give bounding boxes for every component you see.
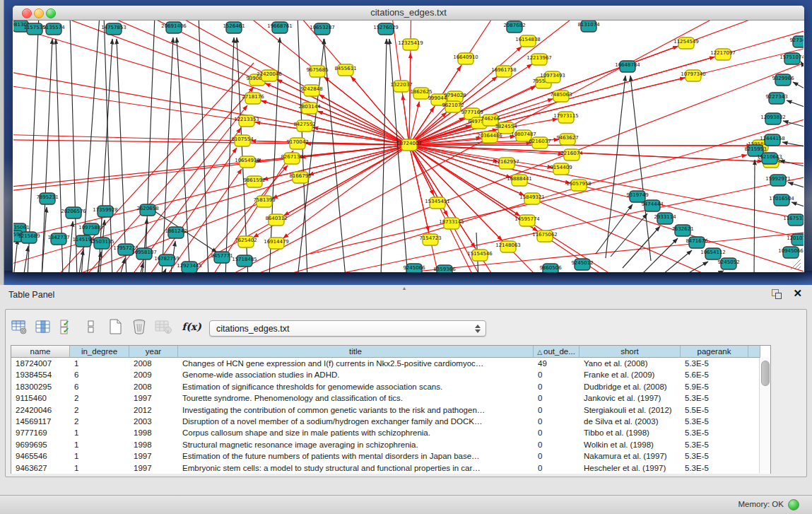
network-edge[interactable] — [783, 121, 804, 127]
table-cell: 1997 — [129, 392, 178, 404]
network-view-canvas[interactable]: 1872400793906112242004627181761221335381… — [13, 21, 804, 272]
network-edge[interactable] — [787, 100, 804, 107]
node-label: 15751074 — [779, 54, 804, 60]
table-cell: 1 — [70, 439, 129, 450]
table-body: 1872400712008Changes of HCN gene express… — [11, 358, 770, 474]
table-cell: 9777169 — [11, 427, 70, 438]
node-label: 12923445 — [177, 263, 202, 269]
network-edge[interactable] — [792, 202, 804, 206]
table-cell: 1 — [70, 427, 129, 438]
table-cell: 49 — [534, 358, 579, 369]
delete-column-icon[interactable] — [129, 316, 150, 337]
table-row[interactable]: 946362711997Embryonic stem cells: a mode… — [11, 462, 770, 474]
splitter-drag-handle[interactable]: ▴ — [403, 285, 406, 291]
column-header-title[interactable]: title — [178, 346, 534, 358]
network-edge[interactable] — [261, 100, 409, 145]
node-label: 7154723 — [419, 235, 441, 241]
table-cell: Embryonic stem cells: a model to study s… — [178, 462, 534, 474]
table-row[interactable]: 977716911998Corpus callosum shape and si… — [11, 427, 770, 438]
network-edge[interactable] — [630, 76, 651, 261]
network-edge[interactable] — [145, 21, 155, 272]
table-row[interactable]: 1872400712008Changes of HCN gene express… — [11, 358, 770, 369]
network-edge[interactable] — [409, 145, 570, 183]
column-header-in_degree[interactable]: in_degree — [70, 346, 129, 358]
network-edge[interactable] — [606, 76, 625, 258]
node-label: 12503135 — [89, 239, 114, 245]
node-table: namein_degreeyeartitle△out_de...shortpag… — [11, 345, 771, 474]
float-panel-icon[interactable] — [771, 289, 782, 299]
network-edge[interactable] — [308, 145, 409, 175]
table-cell: 2003 — [129, 416, 178, 427]
table-cell: 9463627 — [11, 462, 70, 474]
node-label: 7632621 — [671, 226, 693, 232]
table-cell: 2 — [70, 404, 129, 416]
node-label: 2620658 — [136, 206, 158, 211]
table-cell: 2008 — [129, 381, 178, 392]
column-header-name[interactable]: name — [11, 346, 70, 358]
table-cell: Estimation of significance thresholds fo… — [178, 381, 534, 392]
table-cell: 9699695 — [11, 439, 70, 450]
window-titlebar[interactable]: citations_edges.txt — [13, 6, 804, 21]
network-edge[interactable] — [13, 239, 18, 272]
delete-table-icon[interactable]: x — [153, 316, 174, 337]
table-settings-icon[interactable] — [8, 316, 30, 337]
memory-status-label: Memory: OK — [738, 500, 784, 508]
function-builder-icon[interactable]: f(x) — [181, 316, 202, 337]
select-columns-icon[interactable] — [33, 316, 54, 337]
network-edge[interactable] — [409, 145, 428, 231]
table-cell: Structural magnetic resonance image aver… — [178, 439, 534, 450]
node-label: 9621072 — [442, 103, 464, 108]
network-edge[interactable] — [641, 238, 678, 272]
network-edge[interactable] — [313, 127, 409, 145]
select-all-icon[interactable]: ✓✓ — [57, 316, 78, 337]
network-edge[interactable] — [409, 145, 524, 195]
table-row[interactable]: 1830029562008Estimation of significance … — [11, 381, 770, 392]
network-edge[interactable] — [225, 37, 234, 272]
table-cell: 5.3E-5 — [681, 416, 748, 427]
node-label: 18724007 — [396, 141, 422, 146]
node-label: 9474444 — [641, 201, 664, 207]
node-label: 6216037 — [529, 139, 551, 144]
column-header-short[interactable]: short — [579, 346, 681, 358]
network-edge[interactable] — [409, 53, 411, 145]
node-label: 12148063 — [495, 243, 521, 248]
column-header-out_de[interactable]: △out_de... — [534, 346, 579, 358]
canvas-resize-grip[interactable] — [791, 259, 801, 269]
table-row[interactable]: 911546021997Tourette syndrome. Phenomeno… — [11, 392, 770, 404]
node-label: 8427552 — [293, 122, 315, 127]
network-edge[interactable] — [409, 145, 752, 146]
node-label: 2803144 — [298, 104, 321, 110]
node-label: 9245052 — [717, 259, 739, 265]
table-cell: 1 — [70, 462, 129, 474]
network-edge[interactable] — [655, 250, 692, 272]
memory-ok-indicator[interactable] — [788, 499, 799, 510]
node-label: 16961758 — [491, 67, 517, 73]
table-row[interactable]: 1938455462009Genome-wide association stu… — [11, 369, 770, 380]
network-graph[interactable]: 1872400793906112242004627181761221335381… — [13, 21, 804, 272]
table-row[interactable]: 1456911722003Disruption of a novel membe… — [11, 416, 770, 427]
clear-selection-icon[interactable] — [81, 316, 102, 337]
network-edge[interactable] — [793, 82, 804, 88]
column-header-year[interactable]: year — [129, 346, 178, 358]
table-row[interactable]: 969969511998Structural magnetic resonanc… — [11, 439, 770, 450]
column-header-pagerank[interactable]: pagerank — [681, 346, 748, 358]
table-row[interactable]: 2242004622012Investigating the contribut… — [11, 404, 770, 416]
network-edge[interactable] — [389, 39, 408, 272]
node-label: 8107554 — [231, 136, 254, 142]
node-label: 12213967 — [526, 55, 552, 61]
scrollbar-thumb[interactable] — [761, 361, 770, 386]
network-edge[interactable] — [117, 39, 126, 272]
network-edge[interactable] — [70, 21, 77, 272]
close-panel-icon[interactable]: ✕ — [793, 287, 802, 300]
network-edge[interactable] — [788, 182, 804, 187]
network-edge[interactable] — [265, 83, 409, 145]
table-cell: 18300295 — [11, 381, 70, 392]
network-edge[interactable] — [403, 95, 409, 145]
new-column-icon[interactable] — [105, 316, 126, 337]
table-row[interactable]: 946554611997Estimation of the future num… — [11, 450, 770, 462]
network-window[interactable]: citations_edges.txt 18724007939061122420… — [13, 6, 804, 272]
network-edge[interactable] — [409, 145, 476, 248]
table-select-dropdown[interactable]: citations_edges.txt — [209, 320, 486, 337]
network-edge[interactable] — [409, 145, 657, 272]
vertical-scrollbar[interactable] — [759, 358, 770, 473]
